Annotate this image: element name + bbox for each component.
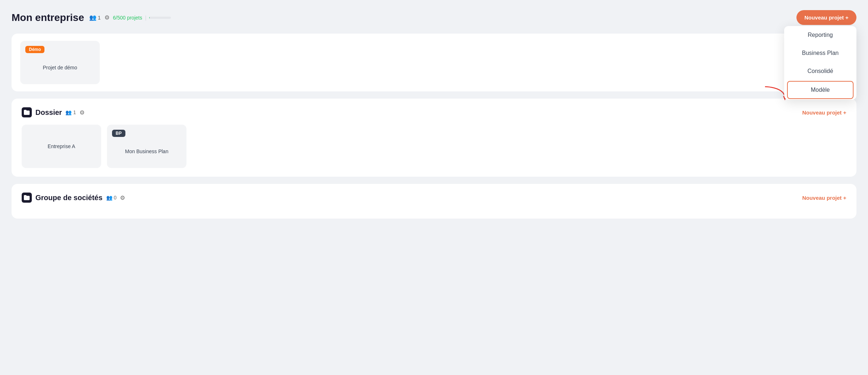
groupe-users-count: 0: [114, 195, 117, 201]
dropdown-item-reporting[interactable]: Reporting: [784, 26, 856, 44]
project-card-business-plan[interactable]: BP Mon Business Plan: [107, 125, 186, 168]
bp-badge: BP: [112, 130, 125, 137]
groupe-new-project-button[interactable]: Nouveau projet +: [802, 195, 846, 201]
demo-project-name: Projet de démo: [25, 65, 95, 70]
users-icon: 👥: [89, 14, 96, 21]
groupe-header: Groupe de sociétés 👥 0 ⚙ Nouveau projet …: [22, 193, 846, 203]
groupe-folder-icon: [22, 193, 32, 203]
main-gear-icon[interactable]: ⚙: [104, 14, 109, 21]
groupe-title: Groupe de sociétés: [35, 194, 103, 202]
new-project-button[interactable]: Nouveau projet +: [796, 10, 856, 25]
dropdown-menu: Reporting Business Plan Consolidé Modèle: [784, 26, 856, 100]
dossier-header-left: Dossier 👥 1 ⚙: [22, 107, 85, 117]
dossier-users-count: 1: [73, 109, 76, 115]
users-count: 1: [98, 15, 101, 21]
dossier-users-icon: 👥: [65, 109, 72, 115]
top-section: Démo Projet de démo: [12, 34, 856, 91]
projects-count: 6/500 projets |: [113, 15, 171, 21]
demo-badge: Démo: [25, 46, 44, 53]
top-projects-grid: Démo Projet de démo: [20, 41, 848, 84]
dossier-gear-icon[interactable]: ⚙: [80, 109, 85, 116]
progress-bar-fill: [149, 17, 150, 19]
projects-count-label: 6/500 projets: [113, 15, 142, 21]
dossier-section: Dossier 👥 1 ⚙ Nouveau projet + Entrepris…: [12, 99, 856, 177]
dropdown-item-consolide[interactable]: Consolidé: [784, 62, 856, 80]
dossier-users: 👥 1: [65, 109, 76, 115]
dossier-title: Dossier: [35, 108, 62, 117]
header-meta: 👥 1 ⚙ 6/500 projets |: [89, 14, 171, 21]
project-card-demo[interactable]: Démo Projet de démo: [20, 41, 100, 84]
dossier-new-project-button[interactable]: Nouveau projet +: [802, 109, 846, 116]
header-left: Mon entreprise 👥 1 ⚙ 6/500 projets |: [12, 12, 171, 23]
groupe-gear-icon[interactable]: ⚙: [120, 194, 125, 201]
users-badge: 👥 1: [89, 14, 101, 21]
page-container: Mon entreprise 👥 1 ⚙ 6/500 projets | Nou…: [0, 0, 868, 236]
groupe-users-icon: 👥: [106, 195, 112, 201]
dropdown-item-modele[interactable]: Modèle: [787, 81, 854, 99]
progress-bar: [149, 17, 171, 19]
divider: |: [145, 15, 146, 21]
page-header: Mon entreprise 👥 1 ⚙ 6/500 projets | Nou…: [12, 10, 856, 25]
groupe-section: Groupe de sociétés 👥 0 ⚙ Nouveau projet …: [12, 184, 856, 219]
dossier-projects-grid: Entreprise A BP Mon Business Plan: [22, 125, 846, 168]
dossier-folder-icon: [22, 107, 32, 117]
groupe-users: 👥 0: [106, 195, 117, 201]
project-card-entreprise-a[interactable]: Entreprise A: [22, 125, 101, 168]
entreprise-a-name: Entreprise A: [27, 143, 96, 149]
dropdown-item-business-plan[interactable]: Business Plan: [784, 44, 856, 62]
groupe-header-left: Groupe de sociétés 👥 0 ⚙: [22, 193, 125, 203]
page-title: Mon entreprise: [12, 12, 84, 23]
dossier-header: Dossier 👥 1 ⚙ Nouveau projet +: [22, 107, 846, 117]
business-plan-name: Mon Business Plan: [112, 148, 181, 154]
